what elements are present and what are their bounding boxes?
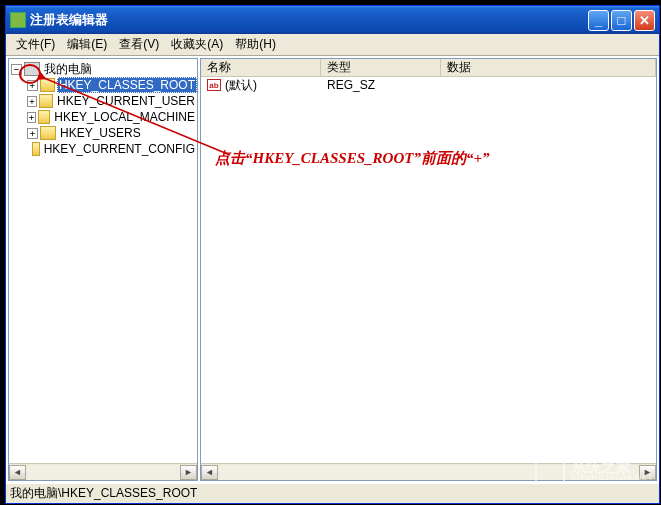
menu-view[interactable]: 查看(V) <box>113 34 165 55</box>
list-body[interactable]: ab (默认) REG_SZ <box>201 77 656 463</box>
titlebar[interactable]: 注册表编辑器 _ □ ✕ <box>6 6 659 34</box>
folder-icon <box>38 110 51 124</box>
tree-root-label[interactable]: 我的电脑 <box>42 61 94 78</box>
value-name: (默认) <box>225 77 257 94</box>
column-name[interactable]: 名称 <box>201 59 321 76</box>
list-header: 名称 类型 数据 <box>201 59 656 77</box>
scroll-right-button[interactable]: ► <box>639 465 656 480</box>
collapse-icon[interactable]: − <box>11 64 22 75</box>
menubar: 文件(F) 编辑(E) 查看(V) 收藏夹(A) 帮助(H) <box>6 34 659 56</box>
tree-node-hkcr[interactable]: + HKEY_CLASSES_ROOT <box>11 77 197 93</box>
folder-icon <box>32 142 40 156</box>
column-data[interactable]: 数据 <box>441 59 656 76</box>
minimize-button[interactable]: _ <box>588 10 609 31</box>
tree-view[interactable]: − 我的电脑 + HKEY_CLASSES_ROOT + HKEY_CURREN… <box>9 59 197 463</box>
client-area: − 我的电脑 + HKEY_CLASSES_ROOT + HKEY_CURREN… <box>6 56 659 483</box>
tree-node-label[interactable]: HKEY_CLASSES_ROOT <box>57 77 197 93</box>
app-icon <box>10 12 26 28</box>
menu-edit[interactable]: 编辑(E) <box>61 34 113 55</box>
statusbar: 我的电脑\HKEY_CLASSES_ROOT <box>6 483 659 503</box>
regedit-window: 注册表编辑器 _ □ ✕ 文件(F) 编辑(E) 查看(V) 收藏夹(A) 帮助… <box>5 5 660 504</box>
expand-icon[interactable]: + <box>27 80 38 91</box>
list-hscrollbar[interactable]: ◄ ► <box>201 463 656 480</box>
scroll-track[interactable] <box>218 465 639 480</box>
scroll-track[interactable] <box>26 465 180 480</box>
window-controls: _ □ ✕ <box>588 10 659 31</box>
folder-icon <box>40 126 56 140</box>
string-value-icon: ab <box>207 79 221 91</box>
tree-hscrollbar[interactable]: ◄ ► <box>9 463 197 480</box>
folder-icon <box>39 94 53 108</box>
scroll-left-button[interactable]: ◄ <box>201 465 218 480</box>
tree-node-label[interactable]: HKEY_LOCAL_MACHINE <box>52 110 197 124</box>
tree-node-hku[interactable]: + HKEY_USERS <box>11 125 197 141</box>
menu-file[interactable]: 文件(F) <box>10 34 61 55</box>
tree-root-row[interactable]: − 我的电脑 <box>11 61 197 77</box>
tree-node-label[interactable]: HKEY_USERS <box>58 126 143 140</box>
column-type[interactable]: 类型 <box>321 59 441 76</box>
tree-node-hkcc[interactable]: HKEY_CURRENT_CONFIG <box>11 141 197 157</box>
window-title: 注册表编辑器 <box>30 11 108 29</box>
tree-node-hklm[interactable]: + HKEY_LOCAL_MACHINE <box>11 109 197 125</box>
tree-node-label[interactable]: HKEY_CURRENT_USER <box>55 94 197 108</box>
cell-type: REG_SZ <box>321 78 441 92</box>
menu-help[interactable]: 帮助(H) <box>229 34 282 55</box>
scroll-left-button[interactable]: ◄ <box>9 465 26 480</box>
folder-icon <box>40 78 55 92</box>
maximize-button[interactable]: □ <box>611 10 632 31</box>
close-button[interactable]: ✕ <box>634 10 655 31</box>
expand-icon[interactable]: + <box>27 96 37 107</box>
status-path: 我的电脑\HKEY_CLASSES_ROOT <box>10 485 197 502</box>
list-pane: 名称 类型 数据 ab (默认) REG_SZ ◄ ► <box>200 58 657 481</box>
computer-icon <box>24 62 40 76</box>
tree-pane: − 我的电脑 + HKEY_CLASSES_ROOT + HKEY_CURREN… <box>8 58 198 481</box>
cell-name[interactable]: ab (默认) <box>201 77 321 94</box>
tree-node-label[interactable]: HKEY_CURRENT_CONFIG <box>42 142 197 156</box>
scroll-right-button[interactable]: ► <box>180 465 197 480</box>
expand-icon[interactable]: + <box>27 112 36 123</box>
list-row[interactable]: ab (默认) REG_SZ <box>201 77 656 93</box>
menu-favorites[interactable]: 收藏夹(A) <box>165 34 229 55</box>
expand-icon[interactable]: + <box>27 128 38 139</box>
tree-node-hkcu[interactable]: + HKEY_CURRENT_USER <box>11 93 197 109</box>
